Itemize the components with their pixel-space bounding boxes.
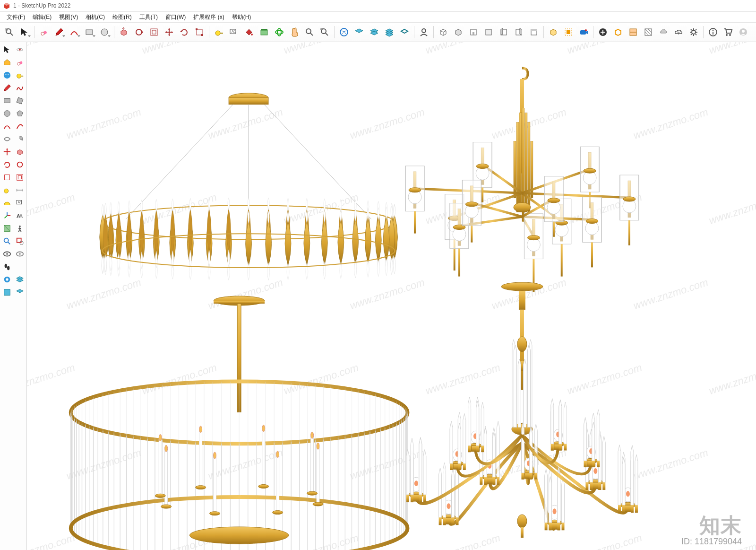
scale-red-icon[interactable] <box>0 171 13 183</box>
rectangle2-icon[interactable] <box>0 94 13 107</box>
orbit-axis-icon[interactable] <box>13 43 26 56</box>
svg-point-23 <box>277 28 281 36</box>
layers-panel2-icon[interactable] <box>367 25 382 40</box>
settings-gear-icon[interactable] <box>686 25 701 40</box>
protractor-icon[interactable] <box>0 196 13 209</box>
rotate-red-icon[interactable] <box>0 158 13 171</box>
layers-panel4-icon[interactable] <box>397 25 412 40</box>
model-viewport[interactable]: www.znzmo.comwww.znzmo.comwww.znzmo.comw… <box>27 42 756 550</box>
menu-extensions[interactable]: 扩展程序 (x) <box>189 12 228 22</box>
layers-panel3-icon[interactable] <box>382 25 397 40</box>
camera-record-icon[interactable] <box>576 25 591 40</box>
user-account-icon[interactable] <box>736 25 751 40</box>
fog-icon[interactable] <box>656 25 671 40</box>
toolbar-separator <box>209 26 209 38</box>
pencil-line-icon[interactable] <box>52 25 67 40</box>
menu-window[interactable]: 窗口(W) <box>162 12 189 22</box>
tape-measure-icon[interactable] <box>211 25 226 40</box>
style-cube-icon[interactable] <box>610 25 626 40</box>
extension2-icon[interactable] <box>13 273 26 286</box>
eraser-tool-icon[interactable] <box>36 25 52 40</box>
move-tool-icon[interactable] <box>162 25 177 40</box>
menu-edit[interactable]: 编辑(E) <box>29 12 55 22</box>
circle-tool-icon[interactable] <box>97 25 112 40</box>
pie-arc-icon[interactable] <box>13 132 26 145</box>
left-view-icon[interactable] <box>496 25 511 40</box>
rotate-tool-icon[interactable] <box>177 25 192 40</box>
warehouse-online-icon[interactable] <box>336 25 352 40</box>
lookaround-icon[interactable] <box>0 247 13 260</box>
box-view-icon[interactable] <box>451 25 466 40</box>
push-red-icon[interactable] <box>13 145 26 158</box>
bounding-box-icon[interactable] <box>561 25 576 40</box>
profile-login-icon[interactable] <box>416 25 431 40</box>
menu-camera[interactable]: 相机(C) <box>82 12 109 22</box>
axes-icon[interactable] <box>0 209 13 222</box>
blank-icon[interactable] <box>13 260 26 273</box>
menu-view[interactable]: 视图(V) <box>55 12 82 22</box>
menu-draw[interactable]: 绘图(R) <box>109 12 136 22</box>
iso-view-icon[interactable] <box>436 25 451 40</box>
front-view-icon[interactable] <box>466 25 481 40</box>
extension4-icon[interactable] <box>13 286 26 298</box>
threept-arc-icon[interactable] <box>0 132 13 145</box>
rotated-rect-icon[interactable] <box>13 94 26 107</box>
orbit-tool-icon[interactable] <box>272 25 287 40</box>
section-cut1-icon[interactable] <box>626 25 641 40</box>
pushpull-tool-icon[interactable] <box>116 25 131 40</box>
select-arrow-icon[interactable] <box>0 43 13 56</box>
zoom-fit-icon[interactable] <box>2 25 17 40</box>
menu-file[interactable]: 文件(F) <box>3 12 29 22</box>
paint-bucket-icon[interactable] <box>241 25 257 40</box>
pan-zoom-icon[interactable] <box>0 235 13 247</box>
extension1-icon[interactable] <box>0 273 13 286</box>
eraser2-tool-icon[interactable] <box>13 56 26 69</box>
info-circle-icon[interactable] <box>705 25 721 40</box>
rectangle-tool-icon[interactable] <box>82 25 97 40</box>
pencil-red-icon[interactable] <box>0 81 13 94</box>
layers-panel-icon[interactable] <box>352 25 367 40</box>
section-cut2-icon[interactable] <box>641 25 656 40</box>
right-view-icon[interactable] <box>511 25 526 40</box>
move-red-icon[interactable] <box>0 145 13 158</box>
zoom-window-icon[interactable] <box>13 235 26 247</box>
circle2-icon[interactable] <box>0 107 13 120</box>
add-plus-icon[interactable] <box>595 25 610 40</box>
warehouse-3d-icon[interactable] <box>0 69 13 81</box>
3dtext-icon[interactable]: AA <box>13 209 26 222</box>
position-camera-icon[interactable] <box>13 247 26 260</box>
cart-icon[interactable] <box>721 25 736 40</box>
make-unique-icon[interactable] <box>546 25 561 40</box>
polygon-icon[interactable] <box>13 107 26 120</box>
arc-red-icon[interactable] <box>0 120 13 132</box>
tape-yellow-icon[interactable] <box>0 183 13 196</box>
place-component-icon[interactable] <box>257 25 272 40</box>
text2-icon[interactable]: A1 <box>13 196 26 209</box>
arc-tool-icon[interactable] <box>67 25 82 40</box>
freehand-icon[interactable] <box>13 81 26 94</box>
zoom-tool-icon[interactable] <box>302 25 317 40</box>
offset-tool-icon[interactable] <box>146 25 162 40</box>
walk-icon[interactable] <box>13 222 26 235</box>
cloud-upload-icon[interactable] <box>671 25 686 40</box>
section-plane-icon[interactable] <box>0 222 13 235</box>
select-tool-icon[interactable] <box>17 25 32 40</box>
tape-measure2-icon[interactable] <box>13 69 26 81</box>
house-wireframe-icon[interactable] <box>0 56 13 69</box>
twopt-arc-icon[interactable] <box>13 120 26 132</box>
svg-point-77 <box>4 189 8 193</box>
extension3-icon[interactable] <box>0 286 13 298</box>
offset-red-icon[interactable] <box>13 171 26 183</box>
followme-tool-icon[interactable] <box>131 25 146 40</box>
zoom-extents-icon[interactable] <box>317 25 332 40</box>
back-view-icon[interactable] <box>481 25 496 40</box>
menu-tools[interactable]: 工具(T) <box>136 12 162 22</box>
top-view-icon[interactable] <box>526 25 541 40</box>
pan-tool-icon[interactable] <box>287 25 302 40</box>
menu-help[interactable]: 帮助(H) <box>228 12 255 22</box>
footprints-icon[interactable] <box>0 260 13 273</box>
scale-tool-icon[interactable] <box>192 25 207 40</box>
followme-red-icon[interactable] <box>13 158 26 171</box>
dimensions-icon[interactable] <box>13 183 26 196</box>
text-label-icon[interactable]: A1 <box>226 25 241 40</box>
